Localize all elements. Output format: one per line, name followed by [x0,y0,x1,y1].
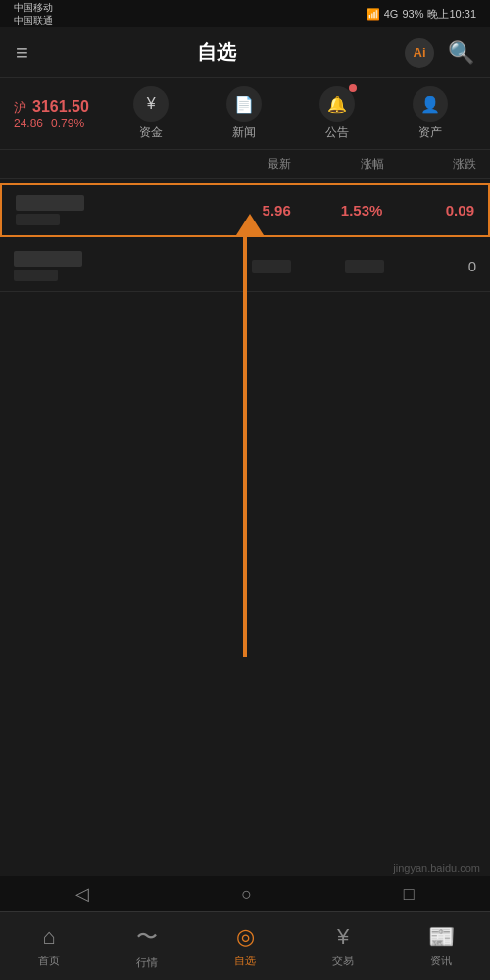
stock-code-blurred-2 [14,270,58,281]
nav-recent[interactable]: □ [404,884,415,905]
nav-home[interactable]: ○ [241,884,252,905]
quick-action-announcement[interactable]: 🔔 公告 [319,86,355,141]
carrier1: 中国移动 [14,1,53,14]
stock2-pct-blurred [345,260,384,273]
stock-name-blurred-2 [14,251,82,267]
carrier2: 中国联通 [14,14,53,26]
stock-name-blurred-1 [16,195,84,211]
market-change-pct: 0.79% [51,117,84,130]
market-banner: 沪 3161.50 24.86 0.79% ¥ 资金 📄 新闻 🔔 公告 👤 资… [0,78,490,150]
menu-icon[interactable]: ≡ [16,40,28,66]
funds-icon: ¥ [133,86,169,122]
watchlist-tab-label: 自选 [234,954,256,968]
signal-strength: 📶 [367,8,380,21]
stock1-latest: 5.96 [199,202,291,219]
tab-trade[interactable]: ¥ 交易 [294,912,392,980]
quick-actions: ¥ 资金 📄 新闻 🔔 公告 👤 资产 [105,86,476,141]
quick-action-news[interactable]: 📄 新闻 [226,86,262,141]
status-right: 📶 4G 93% 晚上10:31 [367,7,476,22]
market-value: 3161.50 [32,98,89,116]
stock-row-highlighted[interactable]: 5.96 1.53% 0.09 [0,183,490,237]
market-tab-label: 行情 [136,956,158,970]
tab-market[interactable]: 〜 行情 [98,912,196,980]
assets-icon: 👤 [413,86,448,122]
market-tab-icon: 〜 [136,922,158,952]
col-header-change: 涨跌 [384,156,476,172]
news-icon: 📄 [226,86,262,122]
carrier-info: 中国移动 中国联通 [14,1,53,26]
news-label: 新闻 [232,124,256,141]
market-change: 24.86 [14,117,43,130]
tab-watchlist[interactable]: ◎ 自选 [196,912,294,980]
market-prefix: 沪 [14,99,26,117]
stock1-change: 0.09 [382,202,474,219]
stock1-change-pct: 1.53% [291,202,383,219]
trade-tab-label: 交易 [332,954,354,968]
empty-area [0,292,490,664]
watermark: jingyan.baidu.com [393,862,480,874]
android-nav-bar: ◁ ○ □ [0,876,490,911]
home-tab-icon: ⌂ [42,924,55,950]
watchlist-tab-icon: ◎ [236,924,255,950]
stock2-change: 0 [384,258,476,274]
stock-name-block-2 [14,251,199,281]
home-tab-label: 首页 [38,954,60,968]
search-icon[interactable]: 🔍 [448,40,474,66]
page-title: 自选 [28,39,405,66]
tab-bar: ⌂ 首页 〜 行情 ◎ 自选 ¥ 交易 📰 资讯 [0,911,490,980]
announcement-icon: 🔔 [319,86,355,122]
col-header-name [14,156,199,172]
col-header-changepct: 涨幅 [291,156,383,172]
assets-label: 资产 [418,124,442,141]
quick-action-assets[interactable]: 👤 资产 [413,86,448,141]
battery-level: 93% [402,8,423,20]
avatar-icon[interactable]: Ai [405,38,434,68]
nav-back[interactable]: ◁ [75,883,89,905]
quick-action-funds[interactable]: ¥ 资金 [133,86,169,141]
header-right-icons: Ai 🔍 [405,38,474,68]
tab-home[interactable]: ⌂ 首页 [0,912,98,980]
announcement-label: 公告 [325,124,349,141]
stock-name-block-1 [16,195,199,225]
tab-info[interactable]: 📰 资讯 [392,912,490,980]
funds-label: 资金 [139,124,163,141]
market-index[interactable]: 沪 3161.50 24.86 0.79% [14,98,89,130]
stock-code-blurred-1 [16,214,60,225]
stock2-latest-blurred [252,260,291,273]
network-type: 4G [384,8,399,20]
trade-tab-icon: ¥ [337,924,349,950]
announcement-badge [349,84,357,92]
table-header: 最新 涨幅 涨跌 [0,150,490,179]
header: ≡ 自选 Ai 🔍 [0,27,490,78]
stock-row-2[interactable]: 0 [0,241,490,292]
info-tab-label: 资讯 [430,954,452,968]
info-tab-icon: 📰 [428,924,455,950]
time-display: 晚上10:31 [427,7,476,22]
status-bar: 中国移动 中国联通 📶 4G 93% 晚上10:31 [0,0,490,27]
col-header-latest: 最新 [199,156,291,172]
